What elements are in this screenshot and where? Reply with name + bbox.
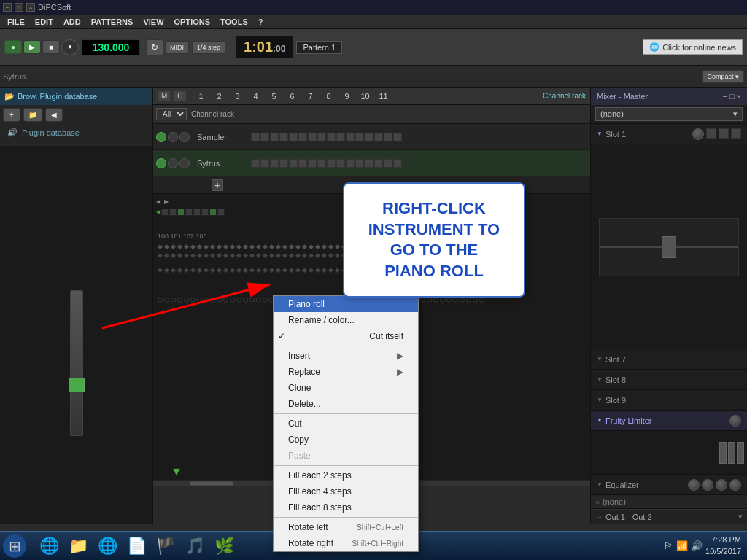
menu-help[interactable]: ? xyxy=(254,17,268,27)
ctx-fill-8[interactable]: Fill each 8 steps xyxy=(274,499,418,516)
plugin-database-item[interactable]: 🔊 Plugin database xyxy=(0,125,152,140)
pad[interactable] xyxy=(317,133,326,141)
menu-options[interactable]: OPTIONS xyxy=(170,17,215,27)
pad[interactable] xyxy=(270,159,279,168)
pad[interactable] xyxy=(393,133,402,141)
taskbar-app-2[interactable]: 🌿 xyxy=(211,534,237,558)
ctx-rename[interactable]: Rename / color... xyxy=(274,312,418,328)
seq-cell[interactable] xyxy=(217,209,225,216)
pad[interactable] xyxy=(384,133,392,141)
ctx-fill-2[interactable]: Fill each 2 steps xyxy=(274,467,418,483)
pad[interactable] xyxy=(298,133,307,141)
seq-cell[interactable] xyxy=(161,209,169,216)
sampler-solo-btn[interactable] xyxy=(179,132,190,142)
stop-button[interactable]: ■ xyxy=(42,40,60,54)
eq-knob-1[interactable] xyxy=(688,479,700,491)
slot-1-knob[interactable] xyxy=(692,128,704,140)
pad[interactable] xyxy=(393,159,402,168)
add-channel-button[interactable]: + xyxy=(212,179,223,191)
taskbar-fl-studio[interactable]: 🎵 xyxy=(182,534,208,558)
record-mode-button[interactable]: ● xyxy=(61,39,79,55)
midi-button[interactable]: MIDI xyxy=(165,41,189,54)
menu-view[interactable]: VIEW xyxy=(139,17,168,27)
fruity-limiter-knob[interactable] xyxy=(729,415,741,427)
play-button[interactable]: ▶ xyxy=(23,40,41,54)
ctx-cut-itself[interactable]: Cut itself xyxy=(274,328,418,344)
sampler-mute-btn[interactable] xyxy=(168,132,178,142)
start-button[interactable]: ⊞ xyxy=(3,534,26,558)
sampler-name[interactable]: Sampler xyxy=(193,133,251,141)
slot-1-btn3[interactable] xyxy=(731,128,741,139)
channel-filter-select[interactable]: All xyxy=(156,108,187,120)
sidebar-add-button[interactable]: + xyxy=(3,108,20,122)
fruity-limiter-fader-handle-2[interactable] xyxy=(728,442,735,464)
maximize-button[interactable]: □ xyxy=(15,3,23,12)
sytrus-solo-btn[interactable] xyxy=(179,158,190,168)
ctx-insert[interactable]: Insert ▶ xyxy=(274,348,418,364)
pattern-display[interactable]: Pattern 1 xyxy=(296,41,342,54)
slot-1-btn1[interactable] xyxy=(706,128,716,139)
pad[interactable] xyxy=(336,159,345,168)
sampler-active-btn[interactable] xyxy=(156,132,166,142)
fruity-limiter-fader-handle[interactable] xyxy=(719,442,727,464)
sytrus-active-btn[interactable] xyxy=(156,158,166,168)
pad[interactable] xyxy=(355,133,364,141)
channel-c-button[interactable]: C xyxy=(174,90,186,101)
mixer-slot-fruity-limiter[interactable]: ▼ Fruity Limiter xyxy=(591,411,747,431)
menu-patterns[interactable]: PATTERNS xyxy=(87,17,138,27)
news-button[interactable]: 🌐 Click for online news xyxy=(643,39,743,55)
ctx-cut[interactable]: Cut xyxy=(274,416,418,432)
pad[interactable] xyxy=(346,159,355,168)
taskbar-explorer[interactable]: 📁 xyxy=(65,534,91,558)
pad[interactable] xyxy=(327,159,336,168)
pad[interactable] xyxy=(365,159,374,168)
taskbar-chrome[interactable]: 🌐 xyxy=(94,534,120,558)
menu-file[interactable]: FILE xyxy=(3,17,29,27)
pad[interactable] xyxy=(355,159,364,168)
pad[interactable] xyxy=(289,133,298,141)
menu-tools[interactable]: TOOLS xyxy=(216,17,252,27)
mixer-output-label[interactable]: Out 1 - Out 2 xyxy=(605,513,652,521)
sidebar-folder-button[interactable]: 📁 xyxy=(23,108,42,122)
ctx-rotate-left[interactable]: Rotate left Shift+Ctrl+Left xyxy=(274,519,418,535)
seq-cell[interactable] xyxy=(169,209,177,216)
pad[interactable] xyxy=(317,159,326,168)
step-display[interactable]: 1/4 step xyxy=(192,41,225,54)
record-button[interactable]: ● xyxy=(4,40,22,54)
mixer-none-select[interactable]: (none) ▾ xyxy=(595,107,743,121)
pad[interactable] xyxy=(270,133,279,141)
close-button[interactable]: × xyxy=(26,3,35,12)
ctx-copy[interactable]: Copy xyxy=(274,432,418,448)
seq-cell[interactable] xyxy=(177,209,185,216)
loop-button[interactable]: ↻ xyxy=(146,39,163,55)
pad[interactable] xyxy=(308,159,317,168)
pad[interactable] xyxy=(260,159,269,168)
eq-knob-4[interactable] xyxy=(729,479,741,491)
compact-button[interactable]: Compact ▾ xyxy=(702,70,744,83)
taskbar-bittorrent[interactable]: 🏴 xyxy=(152,534,179,558)
pad[interactable] xyxy=(346,133,355,141)
pad[interactable] xyxy=(289,159,298,168)
fruity-limiter-fader-handle-3[interactable] xyxy=(737,442,744,464)
pad[interactable] xyxy=(327,133,336,141)
mixer-expand[interactable]: □ xyxy=(729,92,735,101)
pad[interactable] xyxy=(384,159,392,168)
seq-cell[interactable] xyxy=(201,209,209,216)
ctx-clone[interactable]: Clone xyxy=(274,380,418,396)
pad[interactable] xyxy=(279,159,288,168)
pad[interactable] xyxy=(251,133,260,141)
menu-edit[interactable]: EDIT xyxy=(31,17,58,27)
eq-knob-3[interactable] xyxy=(716,479,727,491)
bpm-display[interactable]: 130.000 xyxy=(82,39,140,55)
pad[interactable] xyxy=(336,133,345,141)
pad[interactable] xyxy=(374,159,383,168)
ctx-rotate-right[interactable]: Rotate right Shift+Ctrl+Right xyxy=(274,535,418,551)
pad[interactable] xyxy=(365,133,374,141)
pad[interactable] xyxy=(298,159,307,168)
sytrus-name[interactable]: Sytrus xyxy=(193,159,251,168)
mixer-close[interactable]: × xyxy=(737,92,741,101)
taskbar-ie[interactable]: 🌐 xyxy=(36,534,62,558)
eq-knob-2[interactable] xyxy=(702,479,713,491)
pad[interactable] xyxy=(260,133,269,141)
output-dropdown-icon[interactable]: ▾ xyxy=(738,512,743,521)
